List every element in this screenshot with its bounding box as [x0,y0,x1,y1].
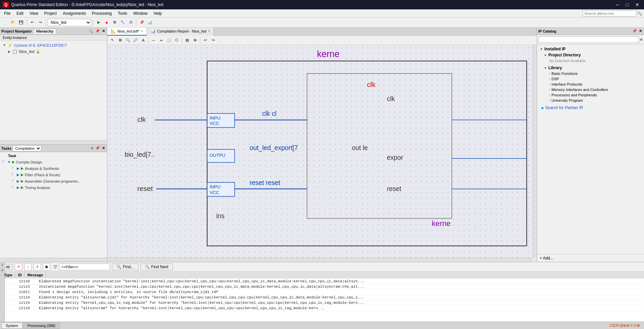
maximize-button[interactable]: □ [624,1,631,8]
nav-hscrollbar[interactable] [0,140,107,144]
menu-edit[interactable]: Edit [14,10,26,16]
sch-redo-button[interactable]: ↪ [209,37,217,44]
installed-ip-header[interactable]: ▼ Installed IP [538,46,643,52]
ip-memory-interfaces[interactable]: › Memory Interfaces and Controllers [542,87,643,92]
search-altera-input[interactable] [583,10,636,16]
schematic-canvas[interactable]: kerne kerne clk INPU VCC clk cl clk bio_… [107,45,537,262]
tab-bdf[interactable]: 📐 Nios_led.bdf* ✕ [107,28,147,36]
library-header[interactable]: ▼ Library [542,65,643,71]
project-dropdown[interactable]: Nios_led [48,19,91,26]
main-layout: Project Navigator Hierarchy 🔍 📌 ✕ Entity… [0,28,644,262]
library-label: Library [548,65,562,70]
tasks-settings-icon[interactable]: ≡ [91,146,94,151]
menu-processing[interactable]: Processing [89,10,114,16]
task-play-4[interactable]: ▶ [21,179,23,183]
sch-block-button[interactable]: ▤ [183,37,191,44]
task-compile-design[interactable]: ? ▼ ▶ Compile Design [1,159,106,165]
undo-button[interactable]: ↩ [29,19,36,26]
sch-bus-button[interactable]: ═ [158,37,165,44]
task-timing[interactable]: ? ▶ ▶ Timing Analysis [1,184,106,191]
menu-file[interactable]: File [1,10,13,16]
ip-basic-functions[interactable]: › Basic Functions [542,71,643,76]
ip-search-input[interactable] [538,36,639,43]
ip-processors-peripherals[interactable]: › Processors and Peripherals [542,92,643,98]
minimize-button[interactable]: ─ [614,1,621,8]
ip-dsp[interactable]: › DSP [542,76,643,82]
task-play-1[interactable]: ▶ [12,160,15,164]
task-play-5[interactable]: ▶ [21,185,23,190]
ip-pin-icon[interactable]: 📌 [632,29,638,34]
title-controls[interactable]: ─ □ ✕ [614,1,641,8]
new-file-button[interactable]: 📄 [1,19,9,26]
msg-error-filter[interactable]: ✕ [15,263,22,271]
hierarchy-tab[interactable]: Hierarchy [33,29,56,34]
find-button[interactable]: 🔍 Find... [112,264,138,270]
search-altera-icon[interactable]: 🔍 [636,10,643,16]
tasks-dropdown[interactable]: Compilation [13,145,41,151]
sch-node-button[interactable]: ⬜ [165,37,173,44]
task-assembler[interactable]: ? ▶ ▶ Assembler (Generate programm... [1,178,106,184]
canvas-vscrollbar[interactable] [533,45,537,258]
analysis-button[interactable]: ⚙ [111,19,118,26]
ip-search-clear-icon[interactable]: ✕ [640,38,643,42]
search-partner-ip[interactable]: ● Search for Partner IP [538,104,643,111]
sch-zoom-in-button[interactable]: 🔍 [124,37,131,44]
sch-zoom-fit-button[interactable]: ⊞ [116,37,124,44]
tab-compilation-report[interactable]: 📊 Compilation Report - Nios_led ✕ [147,28,214,36]
task-fitter[interactable]: ? ▶ ▶ Fitter (Place & Route) [1,172,106,178]
project-directory-header[interactable]: ▼ Project Directory [542,52,643,58]
menu-tools[interactable]: Tools [115,10,130,16]
canvas-hscrollbar[interactable] [107,258,533,262]
sch-select-button[interactable]: ↖ [109,37,116,44]
msg-warn-filter[interactable]: ⚠ [24,263,32,271]
tasks-pin-icon[interactable]: 📌 [95,146,101,151]
ip-interface-protocols[interactable]: › Interface Protocols [542,82,643,87]
bottom-tab-processing[interactable]: Processing (388) [23,323,60,329]
tab-bdf-close[interactable]: ✕ [141,29,143,33]
nav-pin-icon[interactable]: 📌 [95,29,101,34]
tasks-hscrollbar[interactable] [0,258,107,262]
sch-undo-button[interactable]: ↩ [202,37,209,44]
chip-planner-button[interactable]: 📊 [146,19,154,26]
compile-button[interactable]: ▶ [95,19,102,26]
timing-button[interactable]: ⏱ [127,19,135,26]
add-ip-button[interactable]: + Add... [537,254,644,262]
ip-university-program[interactable]: › University Program [542,98,643,103]
sch-pin-button[interactable]: ⬡ [173,37,180,44]
nav-search-icon[interactable]: 🔍 [88,29,94,34]
msg-extra-filter[interactable]: ◉ [43,263,50,271]
tasks-close-icon[interactable]: ✕ [101,146,106,151]
menu-assignments[interactable]: Assignments [60,10,89,16]
find-next-button[interactable]: 🔍 Find Next [141,264,173,270]
tab-report-close[interactable]: ✕ [208,29,210,33]
msg-info-filter[interactable]: ℹ [34,263,41,271]
save-file-button[interactable]: 💾 [17,19,25,26]
task-analysis-synthesis[interactable]: ? ▶ ▶ Analysis & Synthesis [1,165,106,172]
menu-help[interactable]: Help [151,10,165,16]
sch-zoom-out-button[interactable]: 🔎 [132,37,139,44]
menu-window[interactable]: Window [130,10,150,16]
menu-view[interactable]: View [27,10,41,16]
tree-chip-item[interactable]: ▼ ⚡ Cyclone IV E: EP4CE115F29C7 [1,42,106,48]
task-play-2[interactable]: ▶ [21,166,23,171]
stop-button[interactable]: ■ [103,19,110,26]
tree-design-item[interactable]: ▶ 📋 Nios_led 🔒 [1,48,106,55]
ip-close-icon[interactable]: ✕ [638,29,643,34]
ip-search-container: ✕ [537,35,644,45]
messages-content[interactable]: ℹ 12130 Elaborated megafunction instanti… [0,278,644,322]
sch-symbol-button[interactable]: ⊕ [191,37,199,44]
close-button[interactable]: ✕ [633,1,641,8]
open-file-button[interactable]: 📂 [9,19,17,26]
bottom-tab-system[interactable]: System [1,323,22,329]
msg-filter-input[interactable] [59,264,110,270]
task-play-3[interactable]: ▶ [21,173,23,177]
sch-wire-button[interactable]: ─ [150,37,157,44]
side-indicators: ℹ ≡ [0,262,5,322]
nav-close-icon[interactable]: ✕ [101,29,106,34]
pin-button[interactable]: 📌 [138,19,146,26]
menu-project[interactable]: Project [42,10,59,16]
fitter-button[interactable]: 🔧 [119,19,126,26]
project-navigator-title: Project Navigator [1,29,32,33]
sch-text-button[interactable]: A [140,37,147,44]
redo-button[interactable]: ↪ [37,19,44,26]
